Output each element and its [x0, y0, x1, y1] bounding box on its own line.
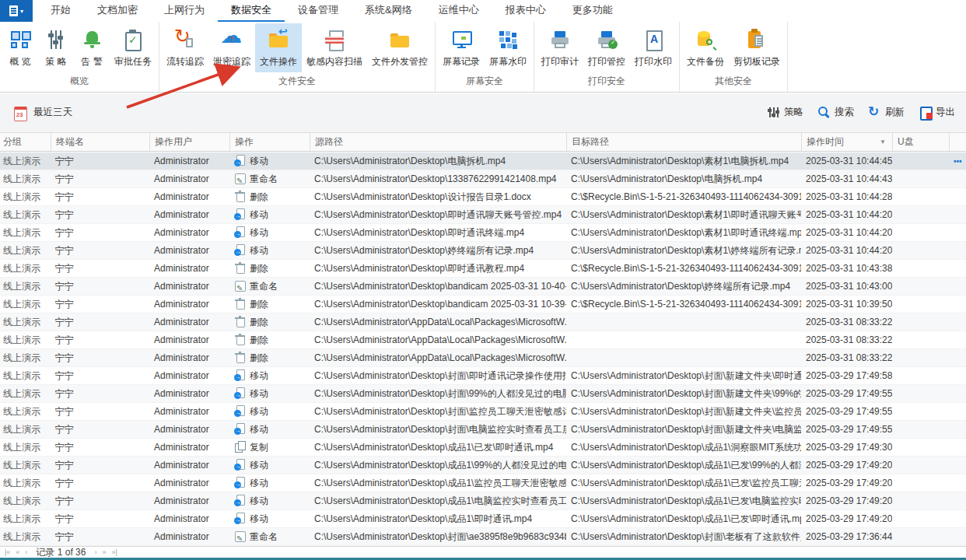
tool-printer[interactable]: 打印审计	[537, 23, 583, 72]
action-label: 导出	[936, 106, 955, 119]
col-header-group[interactable]: 分组	[0, 133, 51, 151]
tool-screen-record[interactable]: 屏幕记录	[438, 23, 485, 72]
col-header-op[interactable]: 操作	[229, 133, 310, 151]
usb-cell	[892, 260, 949, 277]
user-cell: Administrator	[149, 313, 229, 331]
tool-leak-trace[interactable]: 泄密追踪	[208, 23, 255, 72]
time-cell: 2025-03-29 17:49:20	[801, 457, 892, 474]
tab-8[interactable]: 更多功能	[559, 0, 626, 22]
app-menu-icon	[9, 5, 18, 16]
table-row[interactable]: 线上演示宁宁Administrator删除C:\Users\Administra…	[0, 260, 966, 278]
col-header-extra[interactable]	[949, 133, 966, 151]
operation-cell: 删除	[229, 260, 310, 277]
tab-4[interactable]: 设备管理	[285, 0, 352, 22]
user-cell: Administrator	[149, 170, 229, 187]
tab-3[interactable]: 数据安全	[218, 0, 285, 22]
tool-flow-trace[interactable]: 流转追踪	[162, 23, 208, 72]
app-menu-button[interactable]: ▾	[0, 0, 33, 22]
col-header-user[interactable]: 操作用户	[149, 133, 229, 151]
col-header-usb[interactable]: U盘	[892, 133, 949, 151]
table-row[interactable]: 线上演示宁宁Administrator重命名C:\Users\Administr…	[0, 278, 966, 296]
usb-cell	[892, 224, 949, 241]
db-search-icon	[694, 28, 717, 51]
tab-0[interactable]: 开始	[37, 0, 84, 22]
operation-label: 移动	[250, 370, 268, 381]
user-cell: Administrator	[149, 439, 229, 456]
pager-prev-button[interactable]: ‹	[25, 547, 27, 558]
table-row[interactable]: 线上演示宁宁Administrator删除C:\Users\Administra…	[0, 331, 966, 349]
tool-folder-back[interactable]: 文件操作	[255, 23, 302, 72]
table-row[interactable]: 线上演示宁宁Administrator删除C:\Users\Administra…	[0, 188, 966, 206]
operation-label: 移动	[250, 406, 268, 417]
table-row[interactable]: 线上演示宁宁Administrator移动C:\Users\Administra…	[0, 152, 966, 170]
table-body: 线上演示宁宁Administrator移动C:\Users\Administra…	[0, 152, 966, 546]
tool-printer-shield[interactable]: 打印管控	[583, 23, 630, 72]
tab-2[interactable]: 上网行为	[151, 0, 218, 22]
tab-6[interactable]: 运维中心	[425, 0, 492, 22]
date-range-filter[interactable]: 最近三天	[14, 106, 72, 119]
pager-first-button[interactable]: |«	[5, 547, 10, 558]
tool-clipboard-doc[interactable]: 剪切板记录	[729, 23, 785, 72]
time-cell: 2025-03-31 10:44:28	[801, 188, 892, 205]
pager-prev-page-button[interactable]: «	[16, 547, 19, 558]
table-row[interactable]: 线上演示宁宁Administrator移动C:\Users\Administra…	[0, 206, 966, 224]
table-row[interactable]: 线上演示宁宁Administrator重命名C:\Users\Administr…	[0, 528, 966, 546]
tool-clipboard-check[interactable]: 审批任务	[110, 23, 156, 72]
table-row[interactable]: 线上演示宁宁Administrator移动C:\Users\Administra…	[0, 510, 966, 528]
table-row[interactable]: 线上演示宁宁Administrator移动C:\Users\Administra…	[0, 367, 966, 385]
pager-last-button[interactable]: »|	[111, 547, 117, 558]
table-row[interactable]: 线上演示宁宁Administrator移动C:\Users\Administra…	[0, 457, 966, 474]
tab-1[interactable]: 文档加密	[84, 0, 151, 22]
terminal-cell: 宁宁	[51, 349, 149, 366]
table-row[interactable]: 线上演示宁宁Administrator删除C:\Users\Administra…	[0, 313, 966, 331]
col-header-terminal[interactable]: 终端名	[51, 133, 149, 151]
action-sliders-small[interactable]: 策略	[767, 106, 803, 119]
table-row[interactable]: 线上演示宁宁Administrator重命名C:\Users\Administr…	[0, 170, 966, 188]
tab-5[interactable]: 系统&网络	[352, 0, 425, 22]
table-row[interactable]: 线上演示宁宁Administrator移动C:\Users\Administra…	[0, 224, 966, 242]
group-cell: 线上演示	[0, 152, 51, 170]
pager-next-button[interactable]: ›	[94, 547, 96, 558]
table-row[interactable]: 线上演示宁宁Administrator移动C:\Users\Administra…	[0, 242, 966, 260]
tool-bell[interactable]: 告 警	[74, 23, 110, 72]
tool-label: 屏幕记录	[443, 55, 480, 68]
tool-overview[interactable]: 概 览	[2, 23, 38, 72]
delete-icon	[234, 191, 247, 202]
table-row[interactable]: 线上演示宁宁Administrator移动C:\Users\Administra…	[0, 421, 966, 439]
col-header-time[interactable]: 操作时间▼	[801, 133, 892, 151]
tool-db-search[interactable]: 文件备份	[682, 23, 729, 72]
col-header-src[interactable]: 源路径	[310, 133, 566, 151]
more-button[interactable]: •••	[954, 157, 962, 166]
table-row[interactable]: 线上演示宁宁Administrator复制C:\Users\Administra…	[0, 439, 966, 457]
more-cell	[949, 296, 966, 313]
move-icon	[234, 495, 247, 506]
bell-icon	[80, 28, 103, 51]
table-row[interactable]: 线上演示宁宁Administrator移动C:\Users\Administra…	[0, 403, 966, 421]
tool-pixel-watermark[interactable]: 屏幕水印	[485, 23, 531, 72]
record-count-label: 记录 1 of 36	[36, 546, 86, 559]
group-cell: 线上演示	[0, 206, 51, 223]
tool-label: 告 警	[81, 55, 102, 68]
filter-arrow-icon[interactable]: ▼	[880, 133, 886, 151]
tool-scan[interactable]: 敏感内容扫描	[302, 23, 367, 72]
terminal-cell: 宁宁	[51, 421, 149, 438]
group-cell: 线上演示	[0, 474, 51, 492]
table-row[interactable]: 线上演示宁宁Administrator删除C:\Users\Administra…	[0, 349, 966, 367]
col-header-dst[interactable]: 目标路径	[566, 133, 801, 151]
tool-sliders[interactable]: 策 略	[38, 23, 74, 72]
action-export[interactable]: 导出	[919, 106, 955, 119]
move-icon	[234, 155, 247, 166]
table-row[interactable]: 线上演示宁宁Administrator移动C:\Users\Administra…	[0, 492, 966, 510]
col-header-label: 操作时间	[807, 136, 844, 147]
operation-cell: 移动	[229, 385, 310, 402]
pager-next-page-button[interactable]: »	[102, 547, 106, 558]
table-row[interactable]: 线上演示宁宁Administrator删除C:\Users\Administra…	[0, 296, 966, 313]
table-row[interactable]: 线上演示宁宁Administrator移动C:\Users\Administra…	[0, 474, 966, 492]
tab-7[interactable]: 报表中心	[492, 0, 559, 22]
table-row[interactable]: 线上演示宁宁Administrator移动C:\Users\Administra…	[0, 385, 966, 403]
source-path-cell: C:\Users\Administrator\Desktop\成品1\已发\即时…	[310, 439, 566, 456]
action-refresh[interactable]: 刷新	[868, 106, 905, 119]
tool-folder-out[interactable]: 文件外发管控	[367, 23, 432, 72]
tool-page-a[interactable]: 打印水印	[630, 23, 677, 72]
action-search[interactable]: 搜索	[817, 106, 854, 119]
